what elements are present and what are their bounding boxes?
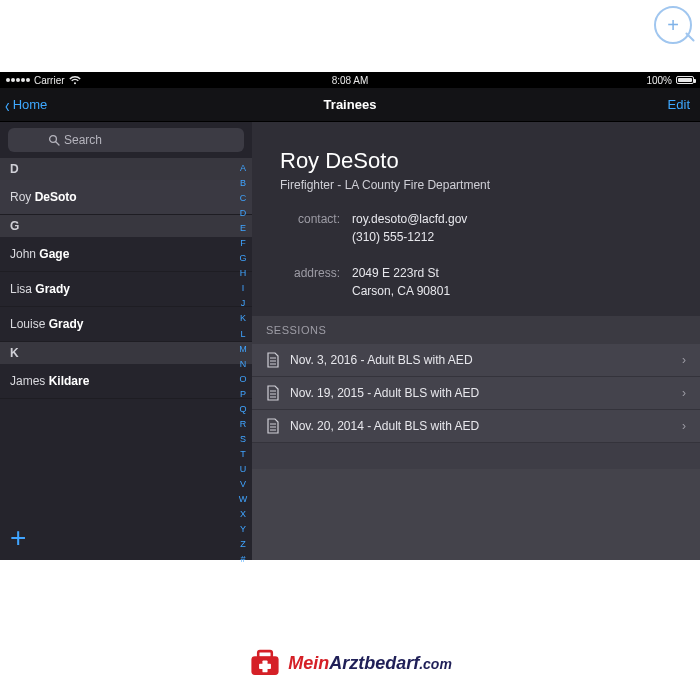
document-icon — [266, 418, 280, 434]
detail-panel: Roy DeSoto Firefighter - LA County Fire … — [252, 122, 700, 560]
status-bar: Carrier 8:08 AM 100% — [0, 72, 700, 88]
zoom-lens[interactable]: + — [654, 6, 692, 44]
list-item[interactable]: James Kildare — [0, 364, 252, 399]
index-letter[interactable]: B — [236, 177, 250, 190]
index-letter[interactable]: M — [236, 343, 250, 356]
index-letter[interactable]: W — [236, 493, 250, 506]
index-letter[interactable]: Q — [236, 403, 250, 416]
device-frame: Carrier 8:08 AM 100% ‹ Home Trainees Edi… — [0, 72, 700, 560]
session-row[interactable]: Nov. 3, 2016 - Adult BLS with AED› — [252, 344, 700, 377]
index-letter[interactable]: R — [236, 418, 250, 431]
index-letter[interactable]: U — [236, 463, 250, 476]
medkit-icon — [248, 646, 282, 680]
contact-label: contact: — [280, 212, 340, 226]
plus-icon: + — [10, 522, 26, 553]
index-letter[interactable]: Z — [236, 538, 250, 551]
index-letter[interactable]: C — [236, 192, 250, 205]
contact-phone: (310) 555-1212 — [352, 230, 672, 244]
index-letter[interactable]: D — [236, 207, 250, 220]
clock: 8:08 AM — [235, 75, 464, 86]
index-letter[interactable]: Y — [236, 523, 250, 536]
plus-icon: + — [667, 14, 679, 37]
wifi-icon — [69, 76, 81, 85]
address-line2: Carson, CA 90801 — [352, 284, 672, 298]
svg-rect-3 — [258, 651, 272, 658]
back-button[interactable]: ‹ Home — [0, 95, 47, 115]
address-line1: 2049 E 223rd St — [352, 266, 672, 280]
index-letter[interactable]: K — [236, 312, 250, 325]
session-label: Nov. 20, 2014 - Adult BLS with AED — [290, 419, 479, 433]
index-letter[interactable]: X — [236, 508, 250, 521]
index-letter[interactable]: # — [236, 553, 250, 566]
session-row[interactable]: Nov. 20, 2014 - Adult BLS with AED› — [252, 410, 700, 443]
edit-button[interactable]: Edit — [668, 97, 700, 112]
document-icon — [266, 352, 280, 368]
list-item[interactable]: John Gage — [0, 237, 252, 272]
index-letter[interactable]: F — [236, 237, 250, 250]
chevron-left-icon: ‹ — [5, 95, 10, 115]
session-label: Nov. 19, 2015 - Adult BLS with AED — [290, 386, 479, 400]
index-letter[interactable]: J — [236, 297, 250, 310]
index-letter[interactable]: G — [236, 252, 250, 265]
watermark-com: .com — [419, 656, 452, 672]
section-header: D — [0, 158, 252, 180]
index-letter[interactable]: S — [236, 433, 250, 446]
session-label: Nov. 3, 2016 - Adult BLS with AED — [290, 353, 473, 367]
svg-point-0 — [50, 136, 57, 143]
trainee-subtitle: Firefighter - LA County Fire Department — [280, 178, 672, 192]
list-item[interactable]: Roy DeSoto — [0, 180, 252, 215]
search-icon — [48, 134, 60, 146]
trainee-name: Roy DeSoto — [280, 148, 672, 174]
sessions-spacer — [252, 443, 700, 469]
watermark-mein: Mein — [288, 653, 329, 673]
section-header: K — [0, 342, 252, 364]
document-icon — [266, 385, 280, 401]
svg-rect-5 — [259, 664, 271, 669]
list-item[interactable]: Lisa Grady — [0, 272, 252, 307]
detail-empty-area — [252, 469, 700, 560]
chevron-right-icon: › — [682, 419, 686, 433]
index-letter[interactable]: H — [236, 267, 250, 280]
page-title: Trainees — [0, 97, 700, 112]
back-label: Home — [13, 97, 48, 112]
index-letter[interactable]: T — [236, 448, 250, 461]
index-letter[interactable]: I — [236, 282, 250, 295]
chevron-right-icon: › — [682, 386, 686, 400]
sessions-list: Nov. 3, 2016 - Adult BLS with AED›Nov. 1… — [252, 344, 700, 443]
search-input[interactable]: Search — [8, 128, 244, 152]
index-letter[interactable]: P — [236, 388, 250, 401]
signal-icon — [6, 78, 30, 82]
watermark: MeinArztbedarf.com — [0, 646, 700, 680]
contacts-list: DRoy DeSotoGJohn GageLisa GradyLouise Gr… — [0, 158, 252, 518]
chevron-right-icon: › — [682, 353, 686, 367]
index-letter[interactable]: A — [236, 162, 250, 175]
carrier-label: Carrier — [34, 75, 65, 86]
address-label: address: — [280, 266, 340, 280]
index-letter[interactable]: V — [236, 478, 250, 491]
battery-percent: 100% — [646, 75, 672, 86]
index-letter[interactable]: O — [236, 373, 250, 386]
watermark-rest: Arztbedarf — [329, 653, 419, 673]
svg-line-1 — [56, 142, 59, 145]
contact-email: roy.desoto@lacfd.gov — [352, 212, 672, 226]
index-letter[interactable]: L — [236, 328, 250, 341]
index-letter[interactable]: E — [236, 222, 250, 235]
alpha-index[interactable]: ABCDEFGHIJKLMNOPQRSTUVWXYZ# — [236, 162, 250, 550]
sidebar: Search ABCDEFGHIJKLMNOPQRSTUVWXYZ# DRoy … — [0, 122, 252, 560]
section-header: G — [0, 215, 252, 237]
index-letter[interactable]: N — [236, 358, 250, 371]
sessions-header: SESSIONS — [252, 316, 700, 344]
search-placeholder: Search — [64, 133, 102, 147]
list-item[interactable]: Louise Grady — [0, 307, 252, 342]
navigation-bar: ‹ Home Trainees Edit — [0, 88, 700, 122]
session-row[interactable]: Nov. 19, 2015 - Adult BLS with AED› — [252, 377, 700, 410]
add-button[interactable]: + — [0, 518, 252, 560]
battery-icon — [676, 76, 694, 84]
